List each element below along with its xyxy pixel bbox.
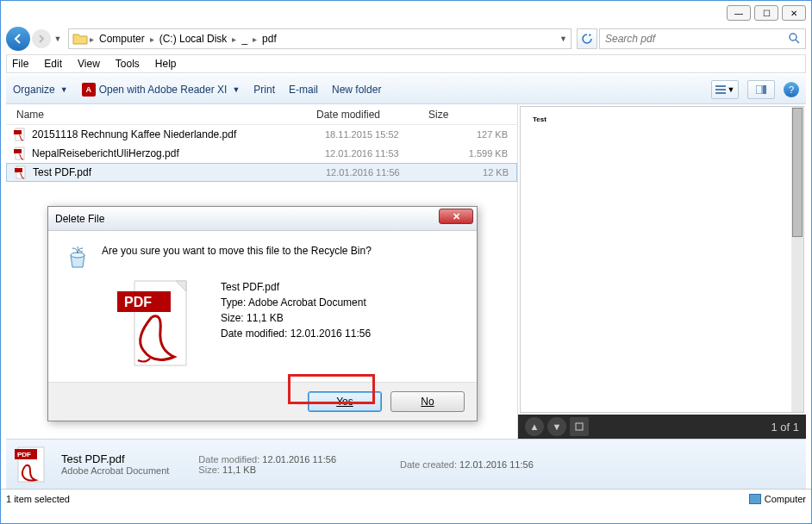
svg-point-0 (790, 34, 796, 41)
preview-document[interactable]: Test (520, 106, 804, 413)
dialog-buttons: Yes No (48, 382, 477, 421)
dialog-titlebar[interactable]: Delete File ✕ (48, 207, 477, 231)
scrollbar-thumb[interactable] (792, 108, 803, 237)
search-input[interactable] (605, 33, 788, 45)
column-header-size[interactable]: Size (428, 109, 506, 121)
new-folder-button[interactable]: New folder (332, 84, 381, 96)
file-name: NepalReiseberichtUliHerzog.pdf (32, 147, 325, 159)
svg-rect-11 (15, 168, 22, 172)
preview-content: Test (533, 115, 547, 123)
dialog-close-button[interactable]: ✕ (439, 209, 473, 224)
details-bar: PDF Test PDF.pdf Adobe Acrobat Document … (6, 439, 806, 489)
details-meta-1: Date modified: 12.01.2016 11:56 Size: 11… (198, 454, 336, 475)
chevron-down-icon: ▼ (728, 85, 735, 94)
file-row[interactable]: NepalReiseberichtUliHerzog.pdf 12.01.201… (6, 144, 517, 163)
svg-rect-9 (14, 149, 22, 153)
details-meta-2: Date created: 12.01.2016 11:56 (400, 459, 534, 470)
column-header-name[interactable]: Name (6, 109, 316, 121)
dialog-message: Are you sure you want to move this file … (102, 243, 372, 271)
dialog-title: Delete File (55, 213, 104, 225)
menu-tools[interactable]: Tools (116, 58, 140, 70)
yes-button[interactable]: Yes (308, 391, 382, 412)
print-button[interactable]: Print (253, 84, 275, 96)
file-size: 127 KB (437, 129, 515, 140)
view-options-button[interactable]: ▼ (711, 80, 739, 99)
pdf-icon: PDF (100, 279, 203, 370)
recycle-bin-icon (64, 243, 91, 271)
open-with-adobe-button[interactable]: A Open with Adobe Reader XI▼ (82, 83, 240, 97)
svg-rect-5 (763, 85, 766, 94)
breadcrumb[interactable]: ▸ Computer ▸ (C:) Local Disk ▸ _ ▸ pdf ▼ (68, 28, 572, 49)
column-headers: Name Date modified Size (6, 104, 517, 125)
preview-next-button[interactable]: ▼ (547, 417, 566, 436)
file-row[interactable]: Test PDF.pdf 12.01.2016 11:56 12 KB (6, 163, 517, 182)
chevron-down-icon: ▼ (60, 85, 68, 94)
no-button[interactable]: No (390, 391, 465, 412)
menu-file[interactable]: File (12, 58, 28, 70)
folder-icon (72, 32, 88, 46)
svg-rect-4 (756, 85, 762, 94)
chevron-right-icon[interactable]: ▸ (150, 34, 154, 44)
pdf-icon (13, 128, 27, 141)
column-header-date[interactable]: Date modified (316, 109, 428, 121)
chevron-right-icon[interactable]: ▸ (232, 34, 236, 44)
maximize-button[interactable]: ☐ (754, 5, 778, 21)
toolbar: Organize▼ A Open with Adobe Reader XI▼ P… (6, 75, 806, 104)
search-icon[interactable] (788, 32, 800, 47)
preview-prev-button[interactable]: ▲ (525, 417, 544, 436)
refresh-button[interactable] (577, 28, 597, 49)
status-right: Computer (749, 494, 806, 504)
dialog-file-name: Test PDF.pdf (221, 279, 371, 295)
pdf-icon (13, 147, 27, 160)
close-button[interactable]: ✕ (782, 5, 806, 21)
breadcrumb-mid[interactable]: _ (238, 33, 251, 45)
back-button[interactable] (6, 27, 30, 51)
pdf-icon: PDF (15, 444, 49, 485)
chevron-right-icon[interactable]: ▸ (253, 34, 257, 44)
svg-text:PDF: PDF (124, 295, 152, 309)
menu-help[interactable]: Help (155, 58, 177, 70)
delete-file-dialog: Delete File ✕ Are you sure you want to m… (47, 206, 478, 421)
navigation-bar: ▼ ▸ Computer ▸ (C:) Local Disk ▸ _ ▸ pdf… (1, 25, 811, 53)
chevron-down-icon: ▼ (232, 85, 240, 94)
page-indicator: 1 of 1 (771, 421, 799, 434)
menu-edit[interactable]: Edit (44, 58, 62, 70)
details-filename: Test PDF.pdf (61, 452, 169, 465)
help-button[interactable]: ? (784, 82, 799, 97)
preview-scrollbar[interactable] (791, 107, 803, 412)
svg-rect-12 (576, 423, 583, 430)
preview-pane-button[interactable] (747, 80, 775, 99)
svg-rect-1 (715, 85, 726, 87)
dialog-file-info: Test PDF.pdf Type: Adobe Acrobat Documen… (221, 279, 371, 370)
breadcrumb-drive[interactable]: (C:) Local Disk (156, 33, 231, 45)
file-size: 12 KB (438, 167, 515, 178)
svg-rect-2 (715, 89, 726, 90)
preview-toolbar: ▲ ▼ 1 of 1 (518, 415, 806, 439)
organize-button[interactable]: Organize▼ (13, 84, 68, 96)
email-button[interactable]: E-mail (289, 84, 318, 96)
file-date: 18.11.2015 15:52 (325, 129, 437, 140)
pdf-icon (14, 165, 28, 179)
search-box[interactable] (599, 28, 806, 49)
dialog-file-details: PDF Test PDF.pdf Type: Adobe Acrobat Doc… (48, 279, 477, 382)
minimize-button[interactable]: — (727, 5, 751, 21)
window-titlebar: — ☐ ✕ (1, 1, 811, 25)
file-date: 12.01.2016 11:53 (325, 148, 437, 159)
file-size: 1.599 KB (437, 148, 515, 159)
history-dropdown-icon[interactable]: ▼ (53, 34, 63, 43)
statusbar: 1 item selected Computer (1, 489, 811, 508)
preview-panel: Test ▲ ▼ 1 of 1 (517, 104, 806, 439)
adobe-icon: A (82, 83, 96, 97)
menubar: File Edit View Tools Help (6, 54, 806, 73)
preview-pages-button[interactable] (570, 417, 589, 436)
file-name: 20151118 Rechnung Kaffee Niederlande.pdf (32, 128, 325, 140)
chevron-right-icon[interactable]: ▸ (90, 34, 94, 44)
status-left: 1 item selected (6, 494, 70, 504)
forward-button (32, 29, 51, 48)
breadcrumb-folder[interactable]: pdf (259, 33, 280, 45)
breadcrumb-computer[interactable]: Computer (96, 33, 148, 45)
menu-view[interactable]: View (78, 58, 100, 70)
file-row[interactable]: 20151118 Rechnung Kaffee Niederlande.pdf… (6, 125, 517, 144)
chevron-down-icon[interactable]: ▼ (559, 34, 567, 43)
file-date: 12.01.2016 11:56 (326, 167, 438, 178)
